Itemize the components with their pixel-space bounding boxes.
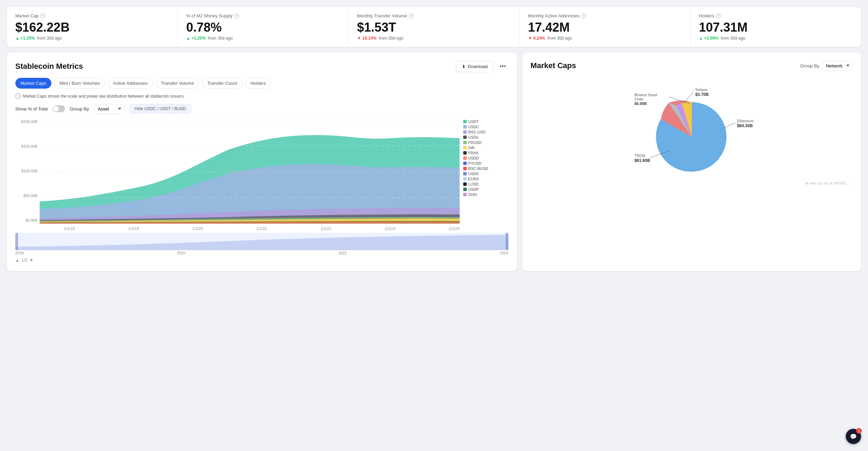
page-next[interactable]: ▼ [30, 258, 34, 263]
stat-change-market-cap: ▲ +1.25% from 30d ago [15, 36, 169, 41]
info-icon: i [15, 93, 21, 99]
stat-info-icon-transfer-volume[interactable]: ? [409, 14, 414, 18]
stat-pct-transfer-volume: 19.14% [362, 36, 377, 41]
legend-dot [463, 156, 467, 160]
left-panel-title: Stablecoin Metrics [15, 62, 83, 71]
stat-card-holders: Holders ? 107.31M ▲ +2.99% from 30d ago [691, 7, 861, 47]
legend-area: USDT USDC BSC-USD USDe FDUSD DAI FRAX US… [463, 120, 508, 231]
svg-text:Ethereum: Ethereum [737, 119, 754, 123]
x-axis-labels: 1/1/181/1/191/1/201/1/211/1/221/1/231/1/… [40, 227, 460, 231]
legend-dot [463, 182, 467, 186]
legend-item-frax: FRAX [463, 151, 508, 155]
stat-pct-active-addresses: 8.24% [533, 36, 545, 41]
stat-pct-holders: +2.99% [704, 36, 718, 41]
legend-dot [463, 151, 467, 155]
more-button[interactable]: ••• [497, 61, 508, 72]
range-date-label: 2018 [15, 251, 24, 255]
range-handle-left[interactable] [15, 233, 18, 250]
stat-label-active-addresses: Monthly Active Addresses ? [528, 13, 682, 18]
legend-item-bsc-usd: BSC-USD [463, 130, 508, 134]
y-axis-labels: $200.00B$150.00B$100.00B$50.00B$0.00K [15, 120, 40, 231]
stat-label-market-cap: Market Cap ? [15, 13, 169, 18]
tab-mint-burn[interactable]: Mint / Burn Volumes [54, 78, 105, 89]
legend-item-dai: DAI [463, 146, 508, 150]
legend-label: PYUSD [468, 161, 482, 165]
range-dates: 2018202020222024 [15, 251, 508, 255]
legend-item-usdt: USDT [463, 120, 508, 124]
stat-arrow-active-addresses: ▼ [528, 36, 532, 41]
right-date-label: as of 08/03/2... [824, 181, 849, 185]
chart-area: ⊕ rwa.xyz [40, 120, 460, 224]
right-group-by-label: Group By [800, 63, 819, 68]
main-row: Stablecoin Metrics ⬇ Download ••• Market… [7, 52, 861, 271]
right-watermark: ⊕ rwa.xyz as of 08/03/2... [805, 181, 849, 186]
range-date-label: 2020 [177, 251, 185, 255]
stat-arrow-holders: ▲ [699, 36, 703, 41]
tab-market-caps[interactable]: Market Caps [15, 78, 51, 89]
group-by-label: Group By [70, 106, 89, 112]
y-axis-label: $0.00K [15, 218, 38, 222]
stat-label-m2-supply: % of M2 Money Supply ? [186, 13, 340, 18]
stat-card-active-addresses: Monthly Active Addresses ? 17.42M ▼ 8.24… [520, 7, 690, 47]
stats-row: Market Cap ? $162.22B ▲ +1.25% from 30d … [7, 7, 861, 47]
legend-dot [463, 167, 467, 170]
legend-item-usdc: USDC [463, 125, 508, 129]
stat-value-market-cap: $162.22B [15, 20, 169, 34]
svg-text:Chain: Chain [634, 97, 643, 101]
right-group-by-select[interactable]: NetworkAssetIssuer [822, 61, 853, 71]
group-by-select[interactable]: AssetNetworkIssuer [94, 104, 124, 114]
stat-info-icon-holders[interactable]: ? [716, 14, 721, 18]
stat-value-holders: 107.31M [699, 20, 853, 34]
stat-card-transfer-volume: Monthly Transfer Volume ? $1.53T ▼ 19.14… [349, 7, 520, 47]
legend-dot [463, 136, 467, 139]
legend-dot [463, 120, 467, 123]
legend-item-lusd: LUSD [463, 182, 508, 186]
tab-transfer-volume[interactable]: Transfer Volume [156, 78, 199, 89]
stat-value-m2-supply: 0.78% [186, 20, 340, 34]
range-handle-right[interactable] [506, 233, 508, 250]
stat-arrow-market-cap: ▲ [15, 36, 19, 41]
range-date-label: 2024 [500, 251, 508, 255]
legend-label: USDe [468, 135, 479, 139]
range-date-label: 2022 [338, 251, 347, 255]
legend-dot [463, 162, 467, 165]
legend-dot [463, 172, 467, 175]
legend-dot [463, 146, 467, 149]
pie-chart-area: Ethereum $84.30B TRON $61.60B Binance Sm… [531, 78, 853, 189]
legend-item-bsc-busd: BSC-BUSD [463, 166, 508, 171]
download-button[interactable]: ⬇ Download [456, 61, 494, 72]
tab-transfer-count[interactable]: Transfer Count [202, 78, 242, 89]
tab-holders[interactable]: Holders [245, 78, 271, 89]
chat-bubble[interactable]: 💬 1 [846, 429, 861, 444]
legend-label: USDD [468, 156, 479, 160]
chat-notification-badge: 1 [856, 428, 862, 434]
range-selector[interactable] [15, 233, 508, 250]
stat-info-icon-m2-supply[interactable]: ? [234, 14, 239, 18]
y-axis-label: $150.00B [15, 144, 38, 148]
x-axis-label: 1/1/21 [257, 227, 267, 231]
stat-change-transfer-volume: ▼ 19.14% from 30d ago [357, 36, 511, 41]
x-axis-label: 1/1/24 [449, 227, 460, 231]
x-axis-label: 1/1/20 [192, 227, 203, 231]
page-prev[interactable]: ▲ [15, 258, 19, 263]
stat-info-icon-market-cap[interactable]: ? [40, 14, 45, 18]
right-panel-title: Market Caps [531, 61, 576, 70]
left-panel: Stablecoin Metrics ⬇ Download ••• Market… [7, 52, 517, 271]
legend-dot [463, 177, 467, 181]
stat-info-icon-active-addresses[interactable]: ? [581, 14, 586, 18]
x-axis-label: 1/1/23 [385, 227, 396, 231]
x-axis-label: 1/1/22 [321, 227, 331, 231]
stat-pct-market-cap: +1.25% [21, 36, 35, 41]
stat-arrow-m2-supply: ▲ [186, 36, 190, 41]
legend-label: FRAX [468, 151, 479, 155]
right-group-by: Group By NetworkAssetIssuer [800, 61, 853, 71]
tab-active-addresses[interactable]: Active Addresses [108, 78, 153, 89]
svg-text:$84.30B: $84.30B [737, 123, 753, 128]
stat-card-market-cap: Market Cap ? $162.22B ▲ +1.25% from 30d … [7, 7, 178, 47]
show-pct-toggle[interactable] [53, 105, 65, 112]
legend-item-usdp: USDP [463, 187, 508, 191]
legend-item-usd0: USD0 [463, 172, 508, 176]
legend-label: USDC [468, 125, 479, 129]
svg-text:Solana: Solana [695, 88, 707, 92]
hide-usdc-button[interactable]: Hide USDC / USDT / BUSD [129, 104, 191, 114]
